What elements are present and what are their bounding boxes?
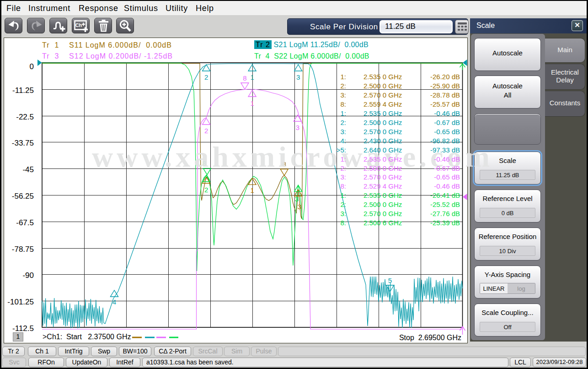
svg-text:Ch: Ch: [75, 22, 82, 28]
